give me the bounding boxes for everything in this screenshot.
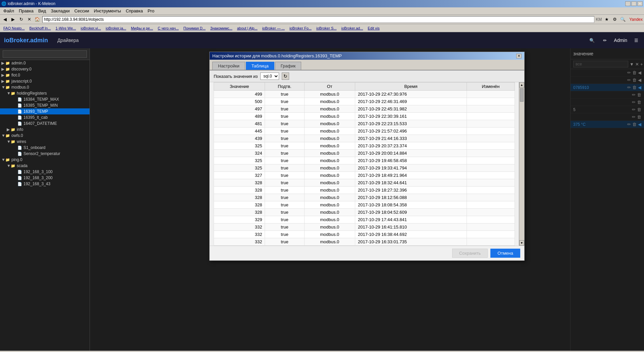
- menu-bookmarks[interactable]: Закладки: [49, 8, 71, 14]
- maximize-button[interactable]: □: [631, 1, 637, 6]
- cell-time: 2017-10-29 22:45:31.982: [355, 105, 467, 113]
- bookmark-edit-vis[interactable]: Edit vis: [366, 26, 381, 31]
- tree-item-javascript[interactable]: ▶ 📁 javascript.0: [0, 78, 90, 84]
- bookmark-acquaint[interactable]: Знакомимс...: [208, 26, 234, 31]
- menu-pro[interactable]: Pro: [146, 8, 156, 14]
- menu-tools[interactable]: Инструменты: [92, 8, 123, 14]
- address-input[interactable]: [42, 16, 594, 23]
- bookmark-iobroker-ad[interactable]: ioBroker.ad...: [339, 26, 365, 31]
- app-search-button[interactable]: 🔍: [588, 37, 596, 44]
- tab-table[interactable]: Таблица: [246, 62, 274, 70]
- expand-192-43-icon: [13, 182, 17, 186]
- bookmark-about[interactable]: about | Alp...: [235, 26, 260, 31]
- bookmark-iobroker-dash[interactable]: ioBroker — ...: [260, 26, 287, 31]
- cell-confirmed: true: [265, 172, 304, 179]
- home-button[interactable]: 🏠: [34, 16, 41, 23]
- cell-confirmed: true: [265, 113, 304, 120]
- tree-label-wires: wires: [17, 139, 26, 144]
- search-button[interactable]: 🔍: [619, 16, 627, 23]
- cell-confirmed: true: [265, 150, 304, 157]
- minimize-button[interactable]: _: [625, 1, 631, 6]
- table-row: 324 true modbus.0 2017-10-29 20:00:14.88…: [214, 150, 515, 157]
- reload-button[interactable]: ↻: [17, 16, 25, 23]
- tab-settings[interactable]: Настройки: [212, 62, 245, 70]
- app-menu-button[interactable]: ☰: [633, 37, 640, 44]
- sidebar: ▶ 📁 admin.0 ▶ 📁 discovery.0 ▶ 📁 flot.0 ▶…: [0, 48, 90, 351]
- tree-item-16384[interactable]: 📄 16384_TEMP_MAX: [0, 96, 90, 102]
- cell-time: 2017-10-29 17:44:43.841: [355, 216, 467, 223]
- tree-item-16393[interactable]: 📄 16393_TEMP: [0, 108, 90, 114]
- tree-item-s1onboard[interactable]: 📄 S1_onboard: [0, 145, 90, 151]
- tree-item-admin[interactable]: ▶ 📁 admin.0: [0, 60, 90, 66]
- back-button[interactable]: ◀: [1, 16, 9, 23]
- bookmark-iobroker-vi[interactable]: ioBroker.vi...: [79, 26, 103, 31]
- bookmark-faq[interactable]: FAQ Neato...: [1, 26, 27, 31]
- dialog-scrollbar[interactable]: ▲ ▼: [519, 82, 524, 246]
- tree-item-sensor2[interactable]: 📄 Sensor2_temperatur: [0, 151, 90, 157]
- bookmark-1wire[interactable]: 1-Wire We...: [54, 26, 78, 31]
- refresh-button[interactable]: ↻: [282, 72, 289, 80]
- cell-changed: [467, 209, 515, 216]
- menu-sessions[interactable]: Сессии: [72, 8, 91, 14]
- tree-item-192-43[interactable]: 📄 192_168_3_43: [0, 181, 90, 187]
- tree-item-wires[interactable]: ▼ 📁 wires: [0, 139, 90, 145]
- save-button[interactable]: Сохранить: [452, 249, 488, 258]
- tree-item-16385[interactable]: 📄 16385_TEMP_MIN: [0, 102, 90, 108]
- tree-label-16385: 16385_TEMP_MIN: [23, 103, 58, 108]
- tree-item-192-100[interactable]: 📄 192_168_3_100: [0, 169, 90, 175]
- scroll-up-arrow[interactable]: ▲: [519, 82, 524, 88]
- dialog-footer: Сохранить Отмена: [210, 246, 524, 260]
- tree-item-modbus[interactable]: ▼ 📁 modbus.0: [0, 84, 90, 90]
- bookmark-understanding[interactable]: Понимая D...: [181, 26, 208, 31]
- forward-button[interactable]: ▶: [9, 16, 17, 23]
- tree-item-16407[interactable]: 📄 16407_DATETIME: [0, 120, 90, 127]
- bookmark-myths[interactable]: Мифы и ре...: [129, 26, 155, 31]
- cell-value: 489: [214, 113, 265, 120]
- scroll-thumb[interactable]: [520, 88, 524, 102]
- cell-time: 2017-10-29 22:46:31.469: [355, 98, 467, 105]
- bookmark-beckhoff[interactable]: Beckhoff In...: [28, 26, 53, 31]
- tree-item-192-200[interactable]: 📄 192_168_3_200: [0, 175, 90, 181]
- cell-changed: [467, 120, 515, 128]
- bookmark-start[interactable]: С чего нач...: [156, 26, 181, 31]
- expand-info-icon: ▶: [7, 127, 10, 132]
- tree-label-javascript: javascript.0: [11, 79, 32, 84]
- bookmark-iobroker-s[interactable]: ioBroker S...: [314, 26, 339, 31]
- stop-button[interactable]: ✕: [25, 16, 33, 23]
- tree-item-owfs[interactable]: ▼ 📁 owfs.0: [0, 133, 90, 139]
- dialog-close-button[interactable]: ✕: [516, 54, 522, 58]
- tree-item-ping[interactable]: ▼ 📁 ping.0: [0, 157, 90, 163]
- cell-value: 328: [214, 194, 265, 201]
- title-bar-buttons: _ □ ✕: [625, 1, 643, 6]
- bookmark-iobroker-fo[interactable]: ioBroker Fo...: [287, 26, 314, 31]
- tree-item-discovery[interactable]: ▶ 📁 discovery.0: [0, 66, 90, 72]
- tree-item-holdingreg[interactable]: ▼ 📁 holdingRegisters: [0, 90, 90, 96]
- menu-view[interactable]: Вид: [36, 8, 48, 14]
- folder-icon-admin: 📁: [5, 61, 10, 65]
- cancel-button[interactable]: Отмена: [490, 249, 520, 258]
- tree-item-16395[interactable]: 📄 16395_lt_cab: [0, 114, 90, 120]
- expand-sensor2-icon: [13, 151, 17, 156]
- close-window-button[interactable]: ✕: [637, 1, 643, 6]
- app-edit-button[interactable]: ✏: [601, 37, 608, 44]
- menu-help[interactable]: Справка: [124, 8, 145, 14]
- expand-ping-icon: ▼: [1, 157, 5, 162]
- bookmark-star-button[interactable]: ★: [603, 16, 610, 23]
- menu-file[interactable]: Файл: [1, 8, 16, 14]
- sidebar-search-input[interactable]: [3, 50, 87, 58]
- tree-item-scada[interactable]: ▼ 📁 scada: [0, 163, 90, 169]
- scroll-down-arrow[interactable]: ▼: [519, 240, 524, 246]
- tab-chart[interactable]: График: [275, 62, 301, 70]
- menu-edit[interactable]: Правка: [17, 8, 36, 14]
- source-select[interactable]: sql.0: [260, 72, 279, 80]
- file-icon-16395: 📄: [17, 115, 22, 120]
- table-row: 497 true modbus.0 2017-10-29 22:45:31.98…: [214, 105, 515, 113]
- nav-tab-drivers[interactable]: Драйвера: [53, 36, 83, 44]
- tree-item-info[interactable]: ▶ 📁 info: [0, 127, 90, 133]
- cell-from: modbus.0: [304, 157, 355, 164]
- browser-settings-button[interactable]: ⚙: [611, 16, 619, 23]
- tree-item-flot[interactable]: ▶ 📁 flot.0: [0, 72, 90, 78]
- cell-value: 328: [214, 187, 265, 194]
- tree-label-192-200: 192_168_3_200: [23, 175, 53, 180]
- bookmark-iobroker-ja[interactable]: ioBroker.ja...: [104, 26, 128, 31]
